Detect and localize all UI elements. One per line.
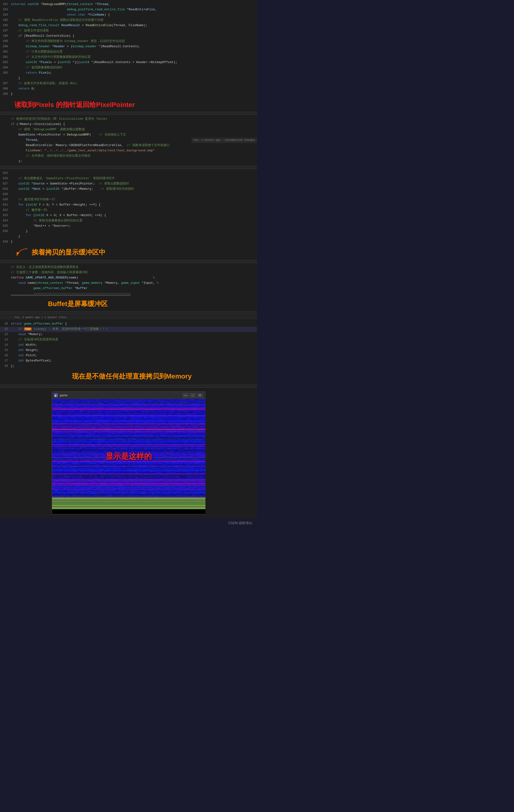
game-window[interactable]: g game — □ ✕ 显示是这样的 (52, 392, 205, 514)
line-number (0, 234, 11, 234)
code-block-4: // 宏定义：定义游戏更新和渲染函数的通用签名 // 它接受三个参数：游戏内存、… (0, 263, 257, 298)
code-line: } (0, 76, 257, 81)
code-line: 197 // 如果文件成功读取 (0, 28, 257, 34)
line-content: void *Memory; (11, 332, 257, 337)
line-content: game_offscreen_buffer *Buffer (11, 286, 257, 291)
line-number (0, 265, 11, 265)
line-content: } (11, 234, 257, 239)
line-number (0, 286, 11, 286)
line-number: 204 (0, 65, 11, 70)
line-content: for (int32 Y = 0; Y < Buffer->Height; ++… (11, 202, 257, 207)
line-number: 198 (0, 34, 11, 38)
code-line: ); (0, 159, 257, 164)
line-content: // 调用 `DebugLoadBMP` 函数加载位图数据 (11, 127, 257, 132)
line-number: 202 (0, 55, 11, 59)
code-line: 198 if (ReadResult.ContentsSize) { (0, 34, 257, 39)
line-content: int BytesPerPixel; (11, 358, 257, 364)
line-content: internal uint32 *DebugLoadBMP(thread_con… (11, 2, 257, 7)
blame-header: You, 2 weeks ago | 1 author (You) (0, 315, 257, 320)
line-number (0, 143, 11, 143)
line-number: 15 (0, 348, 11, 353)
line-content: // 从文件内容中计算图像像素数据的开始位置 (11, 55, 257, 60)
line-content: // 如果文件没有成功读取, 则返回 NULL (11, 81, 257, 86)
section-gap-2 (0, 166, 257, 169)
section-gap-5 (0, 385, 257, 388)
line-content: // 它接受三个参数：游戏内存、游戏输入和屏幕缓冲区 (11, 270, 257, 275)
line-content: // 检查内存是否已经初始化（即 Isinitialized 是否为 false… (11, 117, 257, 122)
line-number: 207 (0, 81, 11, 86)
line-number (0, 138, 11, 138)
line-content: const char *FileName) { (11, 12, 257, 18)
line-content: if (!Memory->Isinitialized) { (11, 122, 257, 127)
line-content: debug_platform_read_entire_file *ReadEnt… (11, 7, 257, 12)
line-number: 625 (0, 171, 11, 176)
blame-text: You, 1 minute ago · Uncommitted changes (191, 138, 257, 143)
line-number: 203 (0, 60, 11, 65)
code-line: ReadEntireFile: Memory->DEBUGPlatformRea… (0, 143, 257, 148)
line-number: 197 (0, 28, 11, 33)
line-content: int Width; (11, 343, 257, 348)
page-wrapper: 191 internal uint32 *DebugLoadBMP(thread… (0, 0, 257, 528)
line-content: return 0; (11, 86, 257, 91)
line-number (0, 122, 11, 122)
line-content: } (11, 92, 257, 97)
line-number: 18 (0, 364, 11, 369)
code-line: 633 for (int32 X = 0; X < Buffer->Width;… (0, 213, 257, 218)
line-content: ); (11, 159, 257, 164)
code-line: 191 internal uint32 *DebugLoadBMP(thread… (0, 2, 257, 7)
annotation-4-text: 现在是不做任何处理直接拷贝到Memory (72, 373, 191, 380)
line-content: *Dest++ = *Source++; (11, 224, 257, 229)
code-line: // 它接受三个参数：游戏内存、游戏输入和屏幕缓冲区 (0, 270, 257, 276)
code-line: 630 // 遍历缓冲区中的每一行 (0, 197, 257, 202)
code-line: 627 uint32 *Source = GameState->PixelPoi… (0, 181, 257, 186)
annotation-2-row: 挨着拷贝的显示缓冲区中 (14, 248, 243, 257)
close-button[interactable]: ✕ (197, 393, 203, 398)
footer-text: CSDN @虾球xz (228, 521, 252, 525)
line-number: 201 (0, 50, 11, 54)
annotation-4-container: 现在是不做任何处理直接拷贝到Memory (0, 371, 257, 384)
svg-text:g: g (55, 394, 56, 397)
line-content: bitmap_header *Header = (bitmap_header *… (11, 44, 257, 49)
maximize-button[interactable]: □ (190, 393, 196, 398)
line-content: int Height; (11, 348, 257, 353)
footer: CSDN @虾球xz (0, 518, 257, 528)
code-line: if (!Memory->Isinitialized) { (0, 122, 257, 127)
code-line: 636 } (0, 229, 257, 234)
section-gap-1 (0, 112, 257, 115)
annotation-2-container: 挨着拷贝的显示缓冲区中 (0, 246, 257, 260)
code-line: 199 // 将文件内容强制转换为 bitmap_header 类型，以访问文件… (0, 39, 257, 44)
line-content: // 宏定义：定义游戏更新和渲染函数的通用签名 (11, 265, 257, 270)
line-number: 638 (0, 239, 11, 244)
code-block-5: 10 struct game_offscreen_buffer { 11 // … (0, 320, 257, 371)
annotation-1: 读取到Pixels 的指针返回给PixelPointer (0, 99, 257, 112)
line-content: FileName: "../../../../game_test_asset/d… (11, 148, 257, 153)
line-content: ~~~~~~~~~~~~~~~~~~~~~~~~~~~~~~~~~~~~~~~~… (11, 291, 257, 296)
code-line: 635 *Dest++ = *Source++; (0, 224, 257, 229)
line-number: 633 (0, 213, 11, 218)
minimize-button[interactable]: — (182, 393, 189, 398)
code-line: 631 for (int32 Y = 0; Y < Buffer->Height… (0, 202, 257, 208)
line-number: 205 (0, 70, 11, 75)
line-content: return Pixels; (11, 70, 257, 76)
line-number: 194 (0, 12, 11, 17)
code-section-3: 625 626 // 将位图数据从 `GameState->PixelPoint… (0, 169, 257, 260)
line-number: 17 (0, 358, 11, 363)
line-content: // 复制当前像素值从源到目的位置 (11, 218, 257, 223)
section-gap-4 (0, 311, 257, 314)
section-gap-3 (0, 260, 257, 263)
line-content: }; (11, 364, 257, 369)
code-line: // 文件路径，相对项目根目录的位图文件路径 (0, 153, 257, 159)
line-content: // TODO (casey) : 未来，渲染特别变成一个三层抽象！！！ (11, 327, 257, 332)
code-line: 194 const char *FileName) { (0, 12, 257, 18)
code-line: game_offscreen_buffer *Buffer (0, 286, 257, 291)
game-icon: g (54, 394, 58, 397)
game-titlebar: g game — □ ✕ (52, 392, 205, 399)
line-content: GameState->PixelPointer = DebugLoadBMP( … (11, 133, 257, 138)
code-line: // 调用 `DebugLoadBMP` 函数加载位图数据 (0, 127, 257, 133)
code-line: 208 return 0; (0, 86, 257, 92)
line-number: 196 (0, 23, 11, 28)
line-number (0, 76, 11, 76)
code-block-2: // 检查内存是否已经初始化（即 Isinitialized 是否为 false… (0, 115, 257, 166)
code-line: } (0, 234, 257, 239)
todo-badge: TODO (24, 327, 32, 330)
